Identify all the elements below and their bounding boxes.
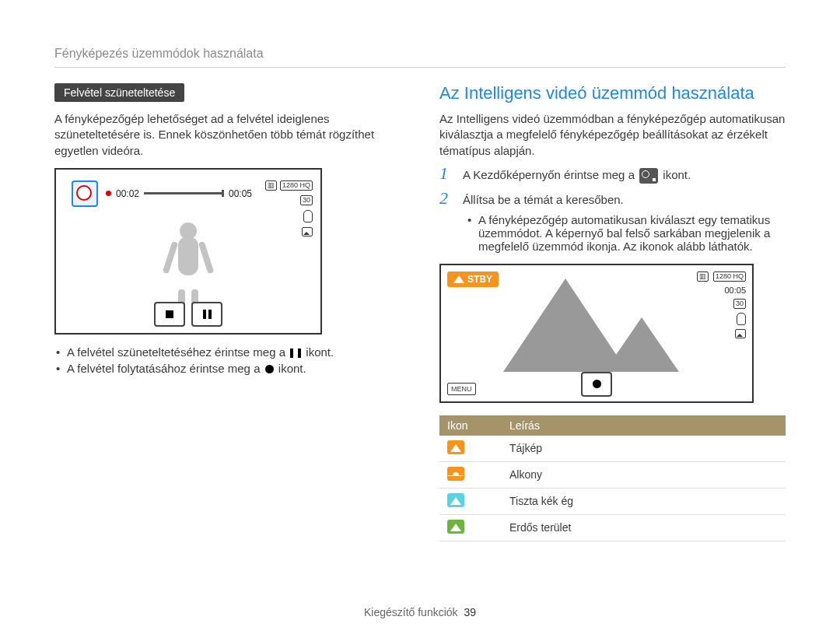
manual-page: Fényképezés üzemmódok használata Felvéte…	[0, 0, 840, 634]
text: A felvétel szüneteltetéséhez érintse meg…	[67, 345, 289, 359]
intro-text: A fényképezőgép lehetőséget ad a felvéte…	[54, 111, 401, 159]
page-footer: Kiegészítő funkciók 39	[0, 606, 840, 618]
col-icon: Ikon	[439, 415, 502, 436]
record-icon	[593, 380, 601, 388]
text: ikont.	[303, 345, 334, 359]
mic-icon	[303, 210, 313, 222]
stop-button[interactable]	[154, 302, 185, 327]
text: A Kezdőképernyőn érintse meg a	[463, 168, 638, 181]
battery-icon: ▥	[265, 180, 277, 191]
step-1: 1 A Kezdőképernyőn érintse meg a ikont.	[439, 165, 786, 184]
table-row: Tiszta kék ég	[439, 488, 786, 514]
text: ikont.	[660, 168, 691, 181]
record-button[interactable]	[581, 372, 612, 397]
rec-timeline: 00:02 00:05	[72, 187, 252, 201]
camera-preview-pause: 00:02 00:05 ▥ 1280 HQ 30	[54, 168, 322, 335]
pause-button[interactable]	[191, 302, 222, 327]
record-icon	[265, 365, 274, 373]
gallery-icon	[302, 227, 313, 236]
instruction-item: A felvétel szüneteltetéséhez érintse meg…	[54, 345, 401, 359]
instruction-list: A felvétel szüneteltetéséhez érintse meg…	[54, 345, 401, 375]
frame-rate-badge: 30	[300, 195, 313, 205]
menu-button[interactable]: MENU	[447, 383, 476, 395]
text: A felvétel folytatásához érintse meg a	[67, 362, 264, 375]
landscape-icon	[453, 275, 464, 283]
gallery-icon	[735, 329, 746, 338]
step-number: 1	[439, 165, 455, 182]
content-columns: Felvétel szüneteltetése A fényképezőgép …	[54, 83, 786, 541]
label: Alkony	[502, 461, 786, 488]
battery-icon: ▥	[697, 271, 709, 282]
col-desc: Leírás	[502, 415, 786, 436]
table-row: Tájkép	[439, 436, 786, 462]
stop-icon	[166, 310, 173, 318]
stby-label: STBY	[467, 274, 492, 285]
label: Tiszta kék ég	[502, 488, 786, 514]
status-icon-stack: ▥ 1280 HQ 00:05 30	[697, 271, 746, 338]
recording-dot-icon	[106, 191, 111, 196]
stby-badge: STBY	[447, 271, 499, 287]
intro-text: Az Intelligens videó üzemmódban a fényké…	[439, 111, 786, 159]
step-text: A Kezdőképernyőn érintse meg a ikont.	[463, 165, 691, 184]
step-number: 2	[439, 190, 455, 207]
camera-preview-smart: STBY ▥ 1280 HQ 00:05 30 MENU	[439, 264, 754, 403]
pause-icon	[203, 310, 212, 319]
table-row: Erdős terület	[439, 514, 786, 541]
footer-section: Kiegészítő funkciók	[364, 606, 458, 618]
mic-icon	[737, 313, 746, 325]
resolution-badge: 1280 HQ	[280, 180, 313, 191]
step-text: Állítsa be a témát a keresőben.	[463, 190, 624, 206]
sub-instruction-list: A fényképezőgép automatikusan kiválaszt …	[467, 213, 786, 253]
resolution-badge: 1280 HQ	[713, 271, 746, 282]
playback-controls	[581, 372, 612, 397]
smart-video-mode-icon	[639, 168, 658, 184]
sunset-icon	[447, 467, 464, 481]
blue-sky-icon	[447, 493, 464, 507]
step-2: 2 Állítsa be a témát a keresőben.	[439, 190, 786, 207]
table-row: Alkony	[439, 461, 786, 488]
text: ikont.	[275, 362, 306, 375]
breadcrumb: Fényképezés üzemmódok használata	[54, 47, 786, 68]
forest-icon	[447, 520, 464, 534]
remaining-time: 00:05	[229, 188, 252, 199]
left-column: Felvétel szüneteltetése A fényképezőgép …	[54, 83, 401, 541]
section-title: Az Intelligens videó üzemmód használata	[439, 83, 786, 103]
pause-icon	[290, 349, 301, 358]
label: Erdős terület	[502, 514, 786, 541]
playback-controls	[154, 302, 222, 327]
mountain-small-icon	[604, 317, 679, 372]
elapsed-time: 00:02	[116, 188, 139, 199]
remaining-time: 00:05	[724, 285, 746, 295]
landscape-icon	[447, 440, 464, 454]
sub-instruction-item: A fényképezőgép automatikusan kiválaszt …	[467, 213, 786, 253]
timeline-track	[144, 192, 224, 194]
instruction-item: A felvétel folytatásához érintse meg a i…	[54, 362, 401, 375]
record-mode-icon	[72, 180, 98, 207]
frame-rate-badge: 30	[733, 299, 746, 309]
right-column: Az Intelligens videó üzemmód használata …	[439, 83, 786, 541]
label: Tájkép	[502, 436, 786, 462]
subject-silhouette	[172, 222, 205, 300]
section-pill: Felvétel szüneteltetése	[54, 83, 184, 102]
status-icon-stack: ▥ 1280 HQ 30	[265, 180, 313, 236]
scene-icon-table: Ikon Leírás Tájkép Alkony Tiszta kék ég	[439, 415, 786, 541]
page-number: 39	[464, 606, 476, 618]
